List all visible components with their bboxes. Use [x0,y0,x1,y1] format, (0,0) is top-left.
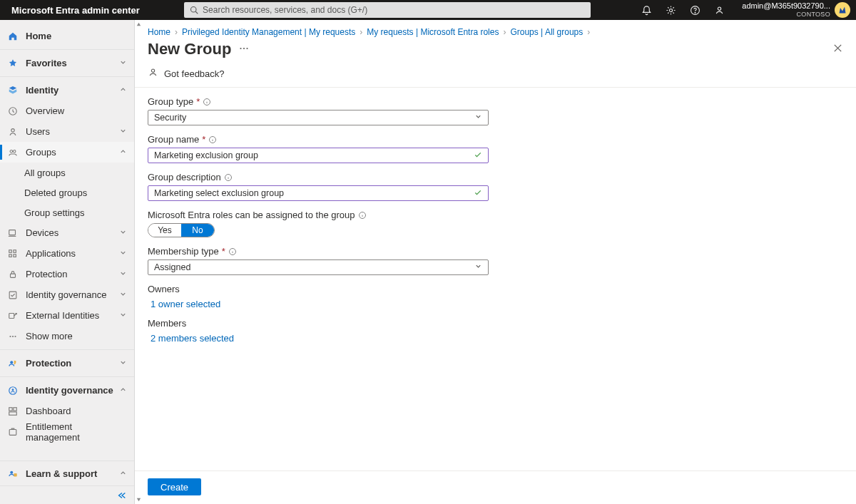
svg-point-23 [12,389,14,391]
breadcrumb-myrequests-entra-roles[interactable]: My requests | Microsoft Entra roles [367,27,499,37]
info-icon[interactable] [224,173,233,182]
chevron-down-icon [119,310,127,321]
group-description-input[interactable]: Marketing select exclusion group [148,185,489,201]
svg-point-20 [14,335,16,336]
more-actions-icon[interactable] [238,43,250,56]
avatar[interactable] [835,2,850,18]
sidebar-item-external-identities[interactable]: External Identities [0,305,134,326]
global-search[interactable]: Search resources, services, and docs (G+… [184,2,591,18]
toggle-yes[interactable]: Yes [148,224,181,237]
sidebar-scrollbar[interactable] [135,20,143,504]
required-indicator: * [196,96,200,107]
page-title: New Group [148,40,231,58]
sidebar-item-dashboard[interactable]: Dashboard [0,401,134,421]
groups-icon [7,147,19,158]
owners-selected-link[interactable]: 1 owner selected [148,299,628,309]
breadcrumb-pim-myrequests[interactable]: Privileged Identity Management | My requ… [182,27,355,37]
notifications-icon[interactable] [635,0,658,20]
svg-rect-27 [9,429,16,435]
help-icon[interactable] [683,0,706,20]
sidebar-item-entitlement-management[interactable]: Entitlement management [0,421,134,442]
sidebar-item-home[interactable]: Home [0,26,134,46]
account-menu[interactable]: admin@M365t9032790... CONTOSO [736,1,850,19]
roles-assignable-toggle[interactable]: Yes No [148,223,215,237]
svg-point-19 [12,335,14,336]
chevron-down-icon [474,262,482,272]
breadcrumb: Home › Privileged Identity Management | … [135,20,856,38]
dashboard-icon [7,406,19,417]
sidebar-item-show-more[interactable]: Show more [0,326,134,346]
sidebar-item-devices[interactable]: Devices [0,222,134,243]
svg-rect-17 [9,313,14,318]
toggle-no[interactable]: No [181,224,214,237]
sidebar-item-favorites[interactable]: Favorites [0,53,134,73]
chevron-up-icon [119,468,127,479]
svg-point-5 [718,7,720,10]
devices-icon [7,227,19,239]
star-icon [7,58,19,69]
sidebar-item-identity[interactable]: Identity [0,80,134,101]
info-icon[interactable] [203,98,211,106]
collapse-sidebar-button[interactable] [0,485,134,504]
sidebar-item-protection[interactable]: Protection [0,264,134,284]
shield-user-icon [7,358,19,369]
external-icon [7,310,19,322]
close-icon[interactable] [832,43,843,56]
svg-point-7 [11,128,14,131]
sidebar-item-groups[interactable]: Groups [0,142,134,163]
sidebar-item-overview[interactable]: Overview [0,101,134,121]
breadcrumb-groups-allgroups[interactable]: Groups | All groups [510,27,583,37]
svg-rect-24 [9,407,12,410]
required-indicator: * [222,246,225,257]
feedback-icon [148,67,158,80]
info-icon[interactable] [208,135,217,144]
identity-icon [7,85,19,96]
sidebar-item-users[interactable]: Users [0,121,134,142]
sidebar-item-deleted-groups[interactable]: Deleted groups [24,182,134,202]
info-icon[interactable] [228,247,237,256]
svg-point-28 [10,471,13,474]
sidebar-item-all-groups[interactable]: All groups [24,163,134,182]
got-feedback-link[interactable]: Got feedback? [164,68,225,79]
chevron-down-icon [119,248,127,259]
sidebar-section-protection[interactable]: Protection [0,353,134,374]
sidebar-item-group-settings[interactable]: Group settings [24,202,134,222]
home-icon [7,31,19,42]
group-type-select[interactable]: Security [148,110,489,125]
svg-rect-15 [11,274,16,277]
chevron-down-icon [474,113,482,123]
brand-title: Microsoft Entra admin center [6,5,140,16]
svg-rect-25 [14,407,16,410]
entitlement-icon [7,426,19,438]
group-name-input[interactable]: Marketing exclusion group [148,148,489,163]
ellipsis-icon [7,331,19,342]
chevron-up-icon [119,385,127,396]
svg-rect-13 [9,254,12,257]
members-selected-link[interactable]: 2 members selected [148,333,628,344]
svg-point-33 [151,69,154,72]
svg-rect-12 [14,250,16,252]
settings-icon[interactable] [659,0,682,20]
create-button[interactable]: Create [148,478,201,495]
sidebar-section-identity-governance[interactable]: Identity governance [0,380,134,401]
search-icon [190,6,198,14]
governance-icon [7,289,19,301]
main-content: Home › Privileged Identity Management | … [135,20,856,504]
info-icon[interactable] [358,211,367,220]
overview-icon [7,106,19,117]
svg-point-2 [669,9,672,11]
membership-type-select[interactable]: Assigned [148,259,489,275]
svg-rect-26 [9,411,17,414]
svg-point-8 [10,150,13,153]
check-icon [474,188,482,199]
sidebar-item-identity-governance[interactable]: Identity governance [0,284,134,305]
lock-icon [7,269,19,280]
support-icon [7,468,19,479]
breadcrumb-home[interactable]: Home [148,27,170,37]
svg-point-4 [695,12,696,13]
sidebar-item-applications[interactable]: Applications [0,243,134,264]
feedback-person-icon[interactable] [708,0,730,20]
chevron-down-icon [119,269,127,279]
sidebar-item-learn-support[interactable]: Learn & support [0,461,134,485]
required-indicator: * [202,134,205,145]
